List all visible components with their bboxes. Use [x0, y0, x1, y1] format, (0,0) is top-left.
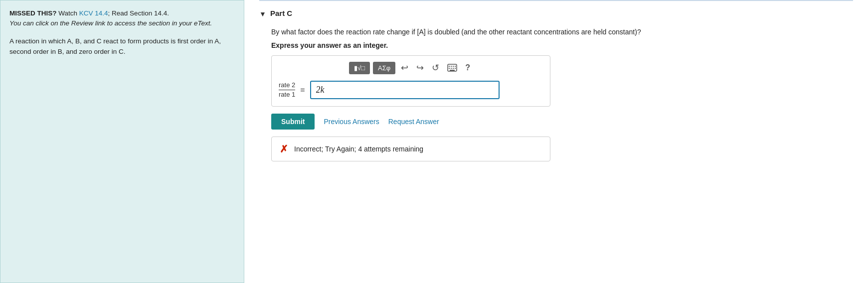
previous-answers-link[interactable]: Previous Answers — [324, 118, 379, 126]
math-template-button[interactable]: ▮√□ — [349, 62, 370, 74]
action-row: Submit Previous Answers Request Answer — [271, 114, 853, 130]
redo-button[interactable]: ↪ — [414, 61, 426, 75]
collapse-arrow-icon[interactable]: ▼ — [259, 10, 266, 17]
instruction-text: Express your answer as an integer. — [271, 41, 853, 49]
equals-sign: = — [300, 86, 305, 95]
math-toolbar: ▮√□ ΑΣφ ↩ ↪ ↺ — [279, 61, 543, 75]
math-answer-input[interactable] — [310, 81, 500, 99]
incorrect-icon: ✗ — [280, 143, 288, 155]
missed-watch-text: Watch — [58, 9, 79, 17]
feedback-text: Incorrect; Try Again; 4 attempts remaini… — [294, 145, 423, 153]
svg-rect-7 — [453, 68, 454, 69]
missed-label: MISSED THIS? — [9, 9, 57, 17]
missed-this-section: MISSED THIS? Watch KCV 14.4; Read Sectio… — [9, 8, 235, 29]
keyboard-button[interactable] — [445, 62, 460, 73]
feedback-box: ✗ Incorrect; Try Again; 4 attempts remai… — [271, 137, 550, 161]
svg-rect-6 — [451, 68, 452, 69]
svg-rect-8 — [455, 68, 456, 69]
question-area: By what factor does the reaction rate ch… — [259, 26, 853, 161]
part-c-header: ▼ Part C — [259, 9, 853, 17]
missed-italic-text: You can click on the Review link to acce… — [9, 19, 212, 27]
svg-rect-4 — [455, 66, 456, 67]
svg-rect-2 — [451, 66, 452, 67]
math-input-row: rate 2 rate 1 = — [279, 81, 543, 99]
problem-description: A reaction in which A, B, and C react to… — [9, 36, 235, 57]
submit-button[interactable]: Submit — [271, 114, 315, 130]
fraction-numerator: rate 2 — [279, 81, 295, 91]
svg-rect-3 — [453, 66, 454, 67]
svg-rect-5 — [449, 68, 450, 69]
question-text: By what factor does the reaction rate ch… — [271, 26, 853, 37]
left-panel: MISSED THIS? Watch KCV 14.4; Read Sectio… — [0, 0, 244, 283]
answer-box: ▮√□ ΑΣφ ↩ ↪ ↺ — [271, 55, 550, 107]
math-icon: ▮√□ — [354, 64, 365, 72]
right-panel: ▼ Part C By what factor does the reactio… — [244, 0, 868, 283]
symbol-button[interactable]: ΑΣφ — [373, 62, 395, 74]
help-button[interactable]: ? — [463, 62, 473, 74]
fraction-label: rate 2 rate 1 — [279, 81, 295, 100]
symbol-label: ΑΣφ — [378, 64, 390, 72]
svg-rect-9 — [450, 70, 455, 71]
part-c-title: Part C — [270, 9, 292, 17]
top-divider — [259, 0, 853, 1]
missed-read-text: ; Read Section 14.4. — [108, 9, 169, 17]
kcv-link[interactable]: KCV 14.4 — [79, 9, 108, 17]
undo-button[interactable]: ↩ — [398, 61, 411, 75]
reset-button[interactable]: ↺ — [429, 61, 442, 75]
svg-rect-1 — [449, 66, 450, 67]
fraction-denominator: rate 1 — [279, 90, 295, 99]
request-answer-link[interactable]: Request Answer — [388, 118, 439, 126]
